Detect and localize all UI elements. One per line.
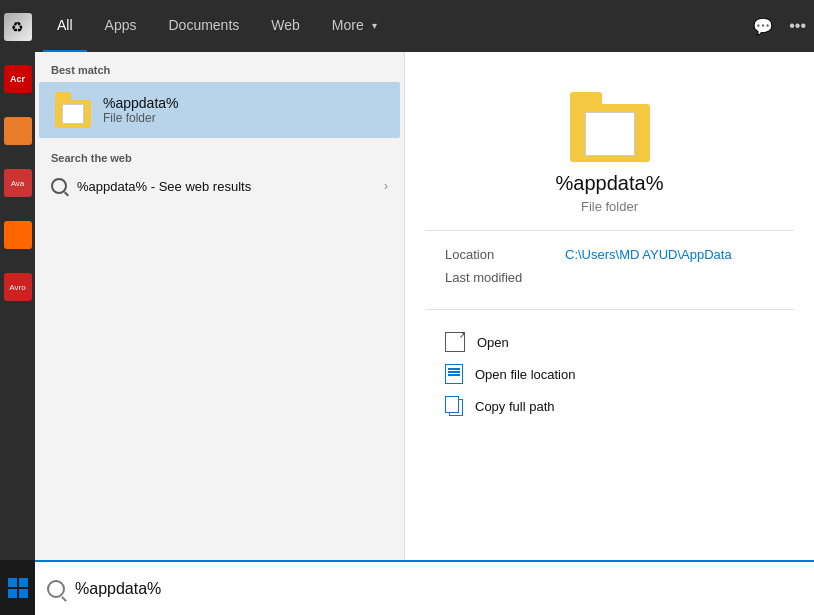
chevron-right-icon: › xyxy=(384,179,388,193)
best-match-item[interactable]: %appdata% File folder xyxy=(39,82,400,138)
location-value[interactable]: C:\Users\MD AYUD\AppData xyxy=(565,247,732,262)
desktop-icon-strip: ♻ Acr Ava Avro xyxy=(0,0,35,560)
last-modified-row: Last modified xyxy=(445,270,774,285)
details-section: Location C:\Users\MD AYUD\AppData Last m… xyxy=(425,231,794,310)
tab-bar-left: All Apps Documents Web More ▾ xyxy=(43,0,391,52)
desktop-icon-avro: Avro xyxy=(2,262,34,312)
action-copy-full-path[interactable]: Copy full path xyxy=(445,390,774,422)
tab-bar: All Apps Documents Web More ▾ 💬 ••• xyxy=(35,0,814,52)
search-bar-icon xyxy=(47,580,65,598)
location-label: Location xyxy=(445,247,565,262)
right-panel: %appdata% File folder Location C:\Users\… xyxy=(405,52,814,560)
tab-documents[interactable]: Documents xyxy=(154,0,253,52)
right-panel-title: %appdata% xyxy=(556,172,664,195)
tab-web[interactable]: Web xyxy=(257,0,314,52)
desktop-icon-app1 xyxy=(2,106,34,156)
open-file-location-icon xyxy=(445,364,463,384)
folder-icon-large xyxy=(570,92,650,162)
action-open[interactable]: ↗ Open xyxy=(445,326,774,358)
last-modified-label: Last modified xyxy=(445,270,565,285)
best-match-text: %appdata% File folder xyxy=(103,95,179,125)
web-search-item[interactable]: %appdata% - See web results › xyxy=(35,170,404,202)
web-search-left: %appdata% - See web results xyxy=(51,178,251,194)
best-match-type: File folder xyxy=(103,111,179,125)
right-panel-subtitle: File folder xyxy=(581,199,638,214)
location-row: Location C:\Users\MD AYUD\AppData xyxy=(445,247,774,262)
folder-icon-small xyxy=(55,92,91,128)
best-match-name: %appdata% xyxy=(103,95,179,111)
action-open-file-location[interactable]: Open file location xyxy=(445,358,774,390)
open-label: Open xyxy=(477,335,509,350)
desktop-icon-ava: Ava xyxy=(2,158,34,208)
search-small-icon xyxy=(51,178,67,194)
actions-section: ↗ Open Open file location Copy full path xyxy=(425,310,794,438)
taskbar-start[interactable] xyxy=(0,560,35,615)
tab-all[interactable]: All xyxy=(43,0,87,52)
left-panel: Best match %appdata% File folder Search … xyxy=(35,52,405,560)
search-bar-container xyxy=(35,560,814,615)
feedback-icon[interactable]: 💬 xyxy=(753,17,773,36)
tab-apps[interactable]: Apps xyxy=(91,0,151,52)
tab-more[interactable]: More ▾ xyxy=(318,0,391,52)
desktop-icon-key xyxy=(2,210,34,260)
copy-full-path-icon xyxy=(445,396,463,416)
desktop-icon-recycle: ♻ xyxy=(2,2,34,52)
web-search-text: %appdata% - See web results xyxy=(77,179,251,194)
copy-full-path-label: Copy full path xyxy=(475,399,555,414)
tab-bar-right: 💬 ••• xyxy=(753,17,806,36)
desktop-icon-acr: Acr xyxy=(2,54,34,104)
right-panel-top: %appdata% File folder xyxy=(425,72,794,231)
search-web-label: Search the web xyxy=(35,138,404,170)
ellipsis-icon[interactable]: ••• xyxy=(789,17,806,35)
open-icon: ↗ xyxy=(445,332,465,352)
open-file-location-label: Open file location xyxy=(475,367,575,382)
content-area: Best match %appdata% File folder Search … xyxy=(35,52,814,560)
chevron-down-icon: ▾ xyxy=(372,20,377,31)
search-input[interactable] xyxy=(75,580,802,598)
windows-logo xyxy=(8,578,28,598)
best-match-label: Best match xyxy=(35,52,404,82)
search-window: All Apps Documents Web More ▾ 💬 ••• Best… xyxy=(35,0,814,560)
